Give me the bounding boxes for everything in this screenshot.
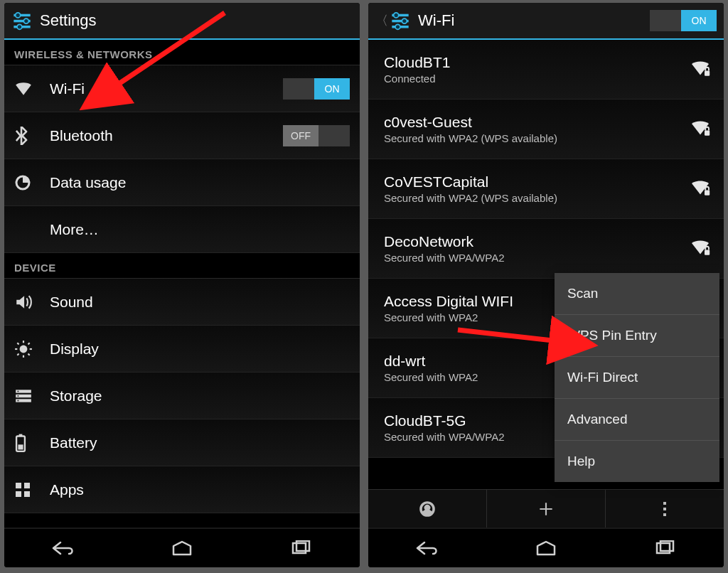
page-title: Wi-Fi <box>418 11 454 30</box>
bluetooth-icon <box>14 127 50 145</box>
wifi-bottom-actions <box>368 489 724 528</box>
wifi-signal-icon <box>690 179 711 199</box>
row-data-usage[interactable]: Data usage <box>4 159 360 206</box>
phone-settings: Settings WIRELESS & NETWORKS Wi-Fi ON Bl… <box>4 3 360 567</box>
android-navbar <box>368 528 724 567</box>
sound-icon <box>14 294 50 310</box>
svg-line-14 <box>17 353 18 355</box>
data-usage-label: Data usage <box>50 174 350 191</box>
row-battery[interactable]: Battery <box>4 419 360 466</box>
menu-item[interactable]: Help <box>555 441 719 482</box>
back-caret-icon[interactable]: 〈 <box>375 12 388 29</box>
display-icon <box>14 340 50 358</box>
nav-recent[interactable] <box>284 537 317 559</box>
network-ssid: CloudBT1 <box>384 54 684 71</box>
svg-point-5 <box>17 24 22 29</box>
svg-point-37 <box>395 24 400 29</box>
nav-recent[interactable] <box>648 537 681 559</box>
wifi-toggle[interactable]: ON <box>283 78 350 100</box>
row-display[interactable]: Display <box>4 326 360 373</box>
actionbar-wifi: 〈 Wi-Fi ON <box>368 3 724 40</box>
bluetooth-label: Bluetooth <box>50 127 283 144</box>
network-ssid: CoVESTCapital <box>384 173 684 191</box>
row-sound[interactable]: Sound <box>4 279 360 326</box>
svg-rect-47 <box>663 513 666 516</box>
more-label: More… <box>50 221 350 238</box>
storage-label: Storage <box>50 387 350 405</box>
overflow-menu: ScanWPS Pin EntryWi-Fi DirectAdvancedHel… <box>555 273 719 482</box>
svg-point-4 <box>23 18 28 23</box>
network-status: Secured with WPA/WPA2 <box>384 252 684 264</box>
network-status: Secured with WPA2 (WPS available) <box>384 132 684 144</box>
annotation-arrow-wifi-direct <box>454 306 574 365</box>
battery-icon <box>14 434 50 452</box>
android-navbar <box>4 528 360 567</box>
menu-item[interactable]: Wi-Fi Direct <box>555 357 719 399</box>
row-bluetooth[interactable]: Bluetooth OFF <box>4 112 360 159</box>
display-label: Display <box>50 341 350 358</box>
page-title: Settings <box>40 11 97 30</box>
network-status: Connected <box>384 73 684 85</box>
svg-rect-24 <box>18 444 23 449</box>
row-storage[interactable]: Storage <box>4 373 360 419</box>
svg-rect-45 <box>663 502 666 505</box>
nav-back[interactable] <box>47 537 80 559</box>
overflow-menu-button[interactable] <box>606 490 724 528</box>
sound-label: Sound <box>50 294 350 311</box>
settings-list: WIRELESS & NETWORKS Wi-Fi ON Bluetooth O… <box>4 40 360 528</box>
svg-line-13 <box>28 353 30 355</box>
svg-point-36 <box>402 18 407 23</box>
nav-home[interactable] <box>166 537 198 559</box>
svg-line-50 <box>458 330 559 341</box>
svg-rect-27 <box>16 491 21 497</box>
wifi-signal-icon <box>690 60 711 80</box>
svg-line-31 <box>112 13 225 88</box>
menu-item[interactable]: Advanced <box>555 399 719 441</box>
svg-point-19 <box>17 390 18 392</box>
network-status: Secured with WPA2 (WPS available) <box>384 192 684 204</box>
menu-item[interactable]: WPS Pin Entry <box>555 315 719 357</box>
svg-rect-28 <box>24 491 30 497</box>
svg-rect-38 <box>705 70 710 75</box>
svg-rect-26 <box>24 483 30 488</box>
svg-point-7 <box>20 345 28 353</box>
data-usage-icon <box>14 174 50 191</box>
settings-icon <box>11 10 33 31</box>
row-apps[interactable]: Apps <box>4 466 360 513</box>
row-more[interactable]: More… <box>4 206 360 253</box>
wifi-signal-icon <box>690 119 711 139</box>
menu-item[interactable]: Scan <box>555 273 719 315</box>
network-ssid: DecoNetwork <box>384 233 684 250</box>
svg-rect-23 <box>19 434 23 437</box>
svg-rect-25 <box>16 483 21 488</box>
svg-point-3 <box>16 13 21 18</box>
wifi-signal-icon <box>690 239 711 259</box>
wifi-network-row[interactable]: DecoNetworkSecured with WPA/WPA2 <box>368 219 724 279</box>
svg-point-35 <box>394 13 399 18</box>
battery-label: Battery <box>50 434 350 451</box>
svg-rect-40 <box>705 190 710 195</box>
svg-point-20 <box>17 395 18 396</box>
svg-line-12 <box>17 343 18 344</box>
svg-point-21 <box>17 400 18 401</box>
svg-line-15 <box>28 343 30 344</box>
nav-back[interactable] <box>411 537 444 559</box>
wifi-network-row[interactable]: CoVESTCapitalSecured with WPA2 (WPS avai… <box>368 159 724 219</box>
bluetooth-toggle[interactable]: OFF <box>283 125 350 146</box>
wps-button[interactable] <box>368 490 487 528</box>
svg-rect-46 <box>663 508 666 510</box>
wifi-icon <box>14 81 50 97</box>
apps-label: Apps <box>50 481 350 498</box>
nav-home[interactable] <box>530 537 562 559</box>
annotation-arrow-wifi <box>104 10 232 105</box>
network-ssid: c0vest-Guest <box>384 114 684 131</box>
apps-icon <box>14 481 50 498</box>
storage-icon <box>14 388 50 404</box>
settings-icon[interactable] <box>390 10 411 31</box>
svg-rect-41 <box>705 250 710 255</box>
wifi-network-row[interactable]: CloudBT1Connected <box>368 40 724 100</box>
add-network-button[interactable] <box>487 490 606 528</box>
wifi-master-toggle[interactable]: ON <box>650 10 717 31</box>
wifi-network-row[interactable]: c0vest-GuestSecured with WPA2 (WPS avail… <box>368 100 724 159</box>
section-device: DEVICE <box>4 253 360 279</box>
